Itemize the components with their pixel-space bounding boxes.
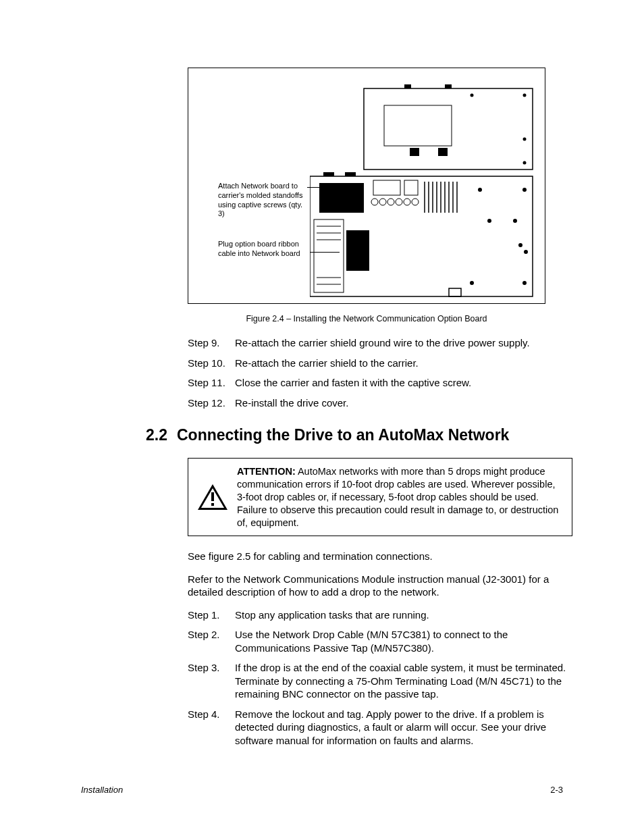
step-text: Remove the lockout and tag. Apply power … <box>235 708 572 748</box>
section-heading: 2.2 Connecting the Drive to an AutoMax N… <box>146 425 563 446</box>
figure-caption: Figure 2.4 – Installing the Network Comm… <box>188 313 545 324</box>
paragraph: See figure 2.5 for cabling and terminati… <box>188 550 566 563</box>
svg-point-9 <box>523 161 527 165</box>
svg-rect-50 <box>211 503 214 506</box>
step-text: Use the Network Drop Cable (M/N 57C381) … <box>235 628 572 654</box>
page: Attach Network board to carrier's molded… <box>0 0 644 834</box>
step-label: Step 4. <box>188 708 235 748</box>
figure-frame: Attach Network board to carrier's molded… <box>188 68 545 304</box>
svg-point-20 <box>379 199 386 205</box>
svg-point-8 <box>523 138 527 141</box>
callout-text-1: Attach Network board to carrier's molded… <box>218 182 302 217</box>
section-title: Connecting the Drive to an AutoMax Netwo… <box>177 425 509 446</box>
page-footer: Installation 2-3 <box>81 785 563 796</box>
footer-page-number: 2-3 <box>550 785 563 796</box>
step-row: Step 2. Use the Network Drop Cable (M/N … <box>188 628 572 654</box>
svg-rect-3 <box>445 84 452 88</box>
svg-point-21 <box>387 199 394 205</box>
footer-section: Installation <box>81 785 123 796</box>
figure-schematic <box>310 75 539 298</box>
svg-rect-5 <box>438 148 448 156</box>
step-row: Step 12. Re-install the drive cover. <box>188 396 563 410</box>
svg-point-39 <box>524 250 528 254</box>
svg-rect-4 <box>410 148 419 156</box>
attention-label: ATTENTION: <box>237 466 296 477</box>
step-label: Step 12. <box>188 396 235 410</box>
svg-point-7 <box>523 94 527 97</box>
svg-point-6 <box>471 94 474 97</box>
svg-point-41 <box>470 281 474 285</box>
step-row: Step 10. Re-attach the carrier shield to… <box>188 357 563 370</box>
step-row: Step 9. Re-attach the carrier shield gro… <box>188 336 563 350</box>
step-label: Step 10. <box>188 357 235 370</box>
svg-point-40 <box>522 281 527 285</box>
svg-point-38 <box>518 243 522 247</box>
svg-rect-42 <box>449 288 461 296</box>
step-row: Step 4. Remove the lockout and tag. Appl… <box>188 708 572 748</box>
figure-callout-1: Attach Network board to carrier's molded… <box>218 182 306 219</box>
step-text: Close the carrier and fasten it with the… <box>235 376 563 390</box>
paragraph: Refer to the Network Communications Modu… <box>188 573 566 599</box>
svg-point-24 <box>412 199 419 205</box>
svg-rect-12 <box>346 230 369 271</box>
steps-bottom: Step 1. Stop any application tasks that … <box>188 608 572 748</box>
svg-rect-0 <box>364 88 533 170</box>
svg-rect-49 <box>211 492 214 501</box>
svg-rect-2 <box>404 84 411 88</box>
svg-rect-45 <box>373 180 400 195</box>
svg-point-23 <box>404 199 410 205</box>
step-text: Re-attach the carrier shield to the carr… <box>235 357 563 370</box>
svg-rect-46 <box>404 180 418 195</box>
warning-icon <box>196 465 229 529</box>
svg-point-37 <box>513 219 517 223</box>
step-text: Re-attach the carrier shield ground wire… <box>235 336 563 350</box>
svg-point-35 <box>522 188 527 192</box>
svg-point-36 <box>487 219 491 223</box>
svg-point-34 <box>478 188 482 192</box>
step-label: Step 1. <box>188 608 235 622</box>
attention-text: ATTENTION: AutoMax networks with more th… <box>237 465 564 529</box>
step-row: Step 11. Close the carrier and fasten it… <box>188 376 563 390</box>
svg-rect-43 <box>323 172 334 176</box>
svg-rect-44 <box>345 172 356 176</box>
step-text: Re-install the drive cover. <box>235 396 563 410</box>
callout-text-2: Plug option board ribbon cable into Netw… <box>218 240 300 257</box>
step-label: Step 9. <box>188 336 235 350</box>
step-label: Step 2. <box>188 628 235 654</box>
steps-top: Step 9. Re-attach the carrier shield gro… <box>188 336 563 409</box>
attention-box: ATTENTION: AutoMax networks with more th… <box>188 458 572 536</box>
step-row: Step 1. Stop any application tasks that … <box>188 608 572 622</box>
svg-rect-1 <box>384 105 452 146</box>
figure-callout-2: Plug option board ribbon cable into Netw… <box>218 240 308 259</box>
svg-rect-13 <box>314 219 344 292</box>
step-text: If the drop is at the end of the coaxial… <box>235 661 572 701</box>
svg-point-19 <box>371 199 378 205</box>
step-row: Step 3. If the drop is at the end of the… <box>188 661 572 701</box>
section-number: 2.2 <box>146 425 167 446</box>
step-label: Step 11. <box>188 376 235 390</box>
svg-rect-11 <box>319 183 364 213</box>
step-label: Step 3. <box>188 661 235 701</box>
step-text: Stop any application tasks that are runn… <box>235 608 572 622</box>
svg-point-22 <box>396 199 402 205</box>
